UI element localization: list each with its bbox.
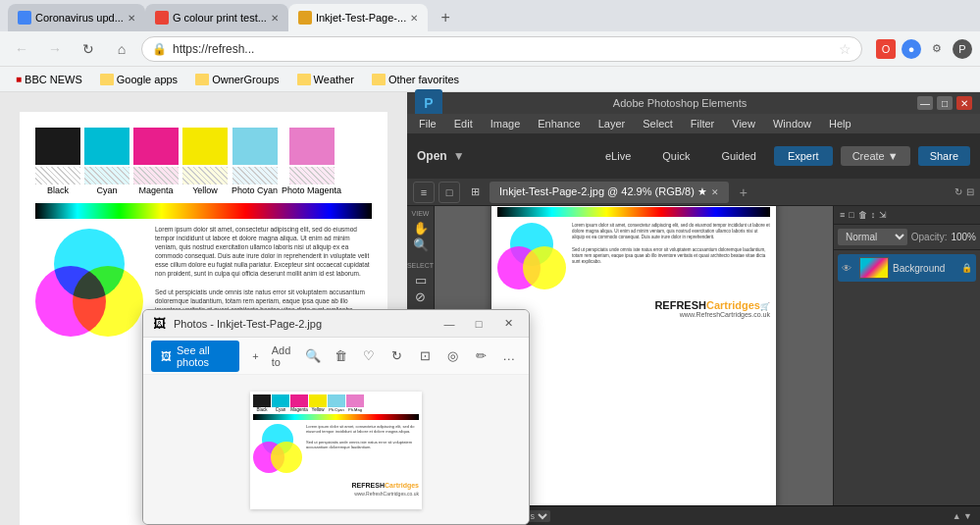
- pse-minimize-button[interactable]: —: [917, 96, 933, 110]
- panel-new-icon[interactable]: □: [849, 210, 853, 220]
- photos-see-all-button[interactable]: 🖼 See all photos: [151, 341, 239, 372]
- menu-layer[interactable]: Layer: [591, 116, 634, 131]
- tool-select-lasso[interactable]: ⊘: [409, 289, 433, 304]
- scroll-down-icon[interactable]: ▼: [963, 511, 972, 521]
- opacity-label: Opacity:: [911, 232, 948, 242]
- bookmark-bbc-news[interactable]: ■ BBC NEWS: [8, 72, 90, 87]
- photos-rotate-btn[interactable]: ↻: [385, 342, 409, 370]
- pse-mode-tabs: eLive Quick Guided Expert: [592, 146, 833, 166]
- photos-website: www.RefreshCartridges.co.uk: [253, 491, 419, 497]
- photos-magenta-label: Magenta: [290, 407, 308, 412]
- panel-btn-1[interactable]: ≡: [413, 182, 435, 203]
- venn-diagram: [35, 229, 143, 337]
- create-button[interactable]: Create ▼: [841, 146, 910, 166]
- open-chevron-icon[interactable]: ▼: [453, 149, 465, 163]
- pse-header: Open ▼ eLive Quick Guided Expert Create …: [407, 133, 980, 179]
- blend-mode-select[interactable]: Normal: [838, 229, 907, 245]
- address-bar[interactable]: 🔒 https://refresh... ☆: [141, 36, 862, 62]
- photos-delete-btn[interactable]: 🗑: [329, 342, 353, 370]
- scroll-up-icon[interactable]: ▲: [953, 511, 961, 521]
- tool-select-rect[interactable]: ▭: [409, 273, 433, 288]
- swatch-label-photomagenta: Photo Magenta: [282, 185, 341, 195]
- tool-zoom[interactable]: 🔍: [409, 237, 433, 252]
- menu-image[interactable]: Image: [483, 116, 529, 131]
- share-button[interactable]: Share: [918, 146, 970, 166]
- photos-venn-text: Lorem ipsum dolor sit amet, consectetur …: [250, 422, 422, 475]
- tab-favicon-1: [18, 11, 31, 25]
- profile-avatar[interactable]: P: [953, 39, 972, 59]
- menu-filter[interactable]: Filter: [683, 116, 722, 131]
- photos-crop-btn[interactable]: ⊡: [413, 342, 438, 370]
- photos-edit-btn[interactable]: ✏: [469, 342, 493, 370]
- doc-tab-close[interactable]: ✕: [711, 187, 719, 197]
- photos-target-btn[interactable]: ◎: [440, 342, 465, 370]
- menu-view[interactable]: View: [724, 116, 763, 131]
- photos-add-icon[interactable]: +: [243, 342, 268, 370]
- pse-layers-panel: ≡ □ 🗑 ↕ ⇲ Normal Opacity: 100% 👁: [833, 206, 980, 505]
- menu-window[interactable]: Window: [765, 116, 819, 131]
- photos-close-btn[interactable]: ✕: [497, 313, 519, 335]
- tab-coronavirus[interactable]: Coronavirus upd... ✕: [8, 4, 145, 31]
- photos-document-preview: Black Cyan Magenta Yellow: [250, 392, 422, 509]
- tab-close-1[interactable]: ✕: [128, 13, 135, 24]
- back-button[interactable]: ←: [8, 35, 35, 63]
- panel-btn-3[interactable]: ⊞: [464, 182, 486, 203]
- new-tab-button[interactable]: +: [432, 4, 459, 31]
- pse-logo-area: REFRESHCartridges🛒 www.RefreshCartridges…: [491, 293, 776, 324]
- add-tab-button[interactable]: +: [733, 182, 754, 203]
- photos-maximize-btn[interactable]: □: [468, 313, 490, 335]
- menu-enhance[interactable]: Enhance: [530, 116, 588, 131]
- photos-minimize-btn[interactable]: —: [438, 313, 460, 335]
- tab-inkjet[interactable]: Inkjet-Test-Page-... ✕: [288, 4, 428, 31]
- forward-button[interactable]: →: [41, 35, 69, 63]
- bookmark-other-favorites[interactable]: Other favorites: [364, 72, 467, 87]
- layer-background[interactable]: 👁 Background 🔒: [838, 254, 976, 282]
- ext-icon-1[interactable]: ●: [902, 39, 921, 59]
- panel-options-icon[interactable]: ≡: [840, 210, 845, 220]
- browser-chrome: Coronavirus upd... ✕ G colour print test…: [0, 0, 980, 92]
- pse-maximize-button[interactable]: □: [937, 96, 953, 110]
- folder-icon-2: [195, 74, 209, 85]
- tab-quick[interactable]: Quick: [648, 146, 703, 166]
- menu-edit[interactable]: Edit: [446, 116, 481, 131]
- tool-hand[interactable]: ✋: [409, 221, 433, 236]
- bookmark-owner-groups[interactable]: OwnerGroups: [187, 72, 286, 87]
- photos-main-preview: Black Cyan Magenta Yellow: [143, 375, 529, 525]
- menu-help[interactable]: Help: [821, 116, 859, 131]
- menu-select[interactable]: Select: [635, 116, 681, 131]
- bookmark-weather[interactable]: Weather: [289, 72, 362, 87]
- rotate-icon[interactable]: ↻: [954, 186, 962, 197]
- panel-expand-icon[interactable]: ⇲: [879, 210, 887, 220]
- create-share-section: Create ▼ Share: [841, 146, 970, 166]
- layer-eye-icon[interactable]: 👁: [842, 263, 855, 274]
- bookmark-star[interactable]: ☆: [839, 41, 851, 57]
- tab-colour-print[interactable]: G colour print test... ✕: [145, 4, 288, 31]
- bookmark-google-apps[interactable]: Google apps: [92, 72, 185, 87]
- pse-window-controls: — □ ✕: [917, 96, 972, 110]
- ext-icon-2[interactable]: ⚙: [927, 39, 947, 59]
- pse-window-title: Adobe Photoshop Elements: [442, 97, 917, 109]
- bookmark-label-bbc: BBC NEWS: [25, 74, 82, 85]
- menu-file[interactable]: File: [411, 116, 444, 131]
- panel-btn-2[interactable]: □: [438, 182, 460, 203]
- pse-menubar: File Edit Image Enhance Layer Select Fil…: [407, 114, 980, 133]
- panel-move-icon[interactable]: ↕: [871, 210, 876, 220]
- folder-icon-4: [372, 74, 386, 85]
- doc-tab[interactable]: Inkjet-Test-Page-2.jpg @ 42.9% (RGB/8) ★…: [490, 182, 729, 203]
- photos-zoom-in-btn[interactable]: 🔍: [301, 342, 326, 370]
- pse-close-button[interactable]: ✕: [956, 96, 972, 110]
- photos-heart-btn[interactable]: ♡: [357, 342, 382, 370]
- tab-expert[interactable]: Expert: [774, 146, 833, 166]
- arrange-icon[interactable]: ⊟: [966, 186, 974, 197]
- tab-close-2[interactable]: ✕: [271, 13, 279, 24]
- reload-button[interactable]: ↻: [75, 35, 102, 63]
- tab-close-3[interactable]: ✕: [410, 13, 418, 24]
- ext-opera[interactable]: O: [876, 39, 896, 59]
- home-button[interactable]: ⌂: [108, 35, 135, 63]
- tab-elive[interactable]: eLive: [592, 146, 645, 166]
- panel-delete-icon[interactable]: 🗑: [858, 210, 867, 220]
- color-swatches: Black Cyan Magenta Yellow: [35, 128, 372, 195]
- tab-guided[interactable]: Guided: [707, 146, 769, 166]
- see-all-label: See all photos: [177, 344, 230, 368]
- photos-more-btn[interactable]: …: [497, 342, 522, 370]
